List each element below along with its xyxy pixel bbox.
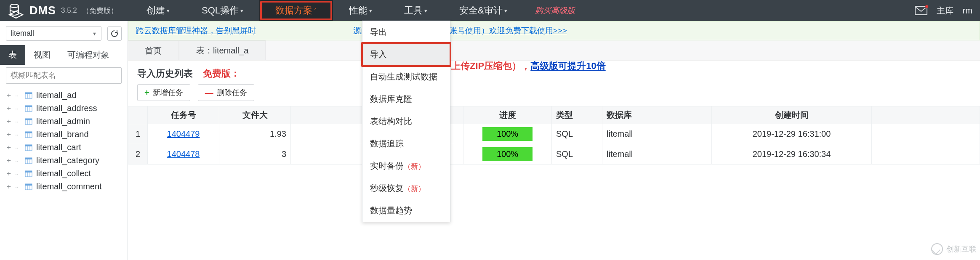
- upgrade-link[interactable]: 高级版可提升10倍: [530, 61, 605, 71]
- table-row[interactable]: +··litemall_ad: [0, 89, 128, 102]
- table-icon: [24, 105, 33, 112]
- table-row[interactable]: 1 1404479 1.93 100% SQL litemall 2019-12…: [128, 124, 980, 144]
- new-tag: （新）: [404, 185, 425, 193]
- table-icon: [24, 157, 33, 164]
- database-select[interactable]: litemall ▼: [6, 26, 101, 41]
- expand-icon[interactable]: +: [6, 157, 12, 164]
- expand-icon[interactable]: +: [6, 143, 12, 151]
- menu-sql[interactable]: SQL操作▾: [186, 0, 259, 21]
- tree-connector-icon: ··: [15, 105, 21, 112]
- svg-rect-2: [25, 93, 32, 94]
- tree-connector-icon: ··: [15, 170, 21, 177]
- table-icon: [24, 131, 33, 138]
- watermark: 创新互联: [931, 243, 977, 255]
- svg-rect-10: [25, 119, 32, 120]
- section-title-text: 导入历史列表: [137, 67, 193, 80]
- table-row[interactable]: +··litemall_category: [0, 154, 128, 167]
- menu-tools[interactable]: 工具▾: [388, 0, 443, 21]
- sidebar-tab-tables[interactable]: 表: [0, 45, 25, 65]
- table-row[interactable]: 2 1404478 3 100% SQL litemall 2019-12-29…: [128, 144, 980, 164]
- row-index: 2: [128, 144, 148, 164]
- table-row[interactable]: +··litemall_brand: [0, 128, 128, 141]
- svg-point-0: [10, 4, 19, 8]
- table-row[interactable]: +··litemall_admin: [0, 115, 128, 128]
- table-row[interactable]: +··litemall_collect: [0, 167, 128, 180]
- mail-icon[interactable]: [915, 6, 927, 15]
- expand-icon[interactable]: +: [6, 130, 12, 138]
- cell-filesize: 3: [219, 144, 291, 164]
- tree-connector-icon: ··: [15, 183, 21, 190]
- menu-security[interactable]: 安全&审计▾: [443, 0, 523, 21]
- svg-rect-22: [25, 158, 32, 159]
- cell-created: 2019-12-29 16:31:00: [712, 124, 872, 144]
- new-tag: （新）: [404, 162, 425, 170]
- table-tree: +··litemall_ad +··litemall_address +··li…: [0, 87, 128, 193]
- dropdown-gen-test-data[interactable]: 自动生成测试数据: [362, 66, 450, 88]
- dropdown-export[interactable]: 导出: [362, 21, 450, 43]
- delete-task-button[interactable]: —删除任务: [198, 84, 254, 101]
- main-menu: 创建▾ SQL操作▾ 数据方案˄ 性能▾ 工具▾ 安全&审计▾ 购买高级版: [130, 0, 587, 21]
- content-tabs: 首页 表：litemall_a: [128, 40, 980, 61]
- expand-icon[interactable]: +: [6, 183, 12, 191]
- task-toolbar: +新增任务 —删除任务: [128, 84, 980, 106]
- tab-home[interactable]: 首页: [128, 40, 179, 60]
- sidebar-tab-views[interactable]: 视图: [25, 45, 59, 65]
- banner-link-left[interactable]: 跨云数据库管理神器，告别黑屏时: [136, 26, 256, 35]
- promo-banner: 跨云数据库管理神器，告别黑屏时 源的公网访问（支持主、子账号使用）欢迎免费下载使…: [128, 21, 980, 40]
- dropdown-import[interactable]: 导入: [362, 43, 450, 66]
- table-icon: [24, 118, 33, 125]
- menu-performance[interactable]: 性能▾: [333, 0, 388, 21]
- progress-badge: 100%: [482, 147, 533, 161]
- table-header: 任务号 文件大 总行数 进度 类型 数据库 创建时间: [128, 106, 980, 124]
- data-scheme-dropdown: 导出 导入 自动生成测试数据 数据库克隆 表结构对比 数据追踪 实时备份（新） …: [362, 21, 450, 222]
- topbar: DMS 3.5.2 （免费版） 创建▾ SQL操作▾ 数据方案˄ 性能▾ 工具▾…: [0, 0, 980, 21]
- tree-connector-icon: ··: [15, 118, 21, 125]
- table-icon: [24, 92, 33, 99]
- cell-type: SQL: [552, 144, 602, 164]
- main-area: 跨云数据库管理神器，告别黑屏时 源的公网访问（支持主、子账号使用）欢迎免费下载使…: [128, 21, 980, 260]
- plus-icon: +: [144, 88, 149, 97]
- progress-badge: 100%: [482, 127, 533, 141]
- dropdown-realtime-backup[interactable]: 实时备份（新）: [362, 155, 450, 177]
- dropdown-second-recover[interactable]: 秒级恢复（新）: [362, 177, 450, 199]
- chevron-down-icon: ▼: [92, 31, 97, 36]
- dropdown-data-track[interactable]: 数据追踪: [362, 133, 450, 155]
- app-logo-icon: [8, 2, 24, 19]
- database-select-value: litemall: [11, 29, 34, 38]
- menu-create[interactable]: 创建▾: [130, 0, 186, 21]
- expand-icon[interactable]: +: [6, 104, 12, 112]
- sidebar-tab-programmable[interactable]: 可编程对象: [59, 45, 118, 65]
- host-name: rm: [963, 6, 972, 16]
- host-label: 主库: [937, 5, 953, 16]
- buy-premium-link[interactable]: 购买高级版: [523, 5, 587, 16]
- svg-rect-6: [25, 106, 32, 107]
- add-task-button[interactable]: +新增任务: [137, 84, 190, 101]
- tree-connector-icon: ··: [15, 131, 21, 138]
- svg-rect-26: [25, 171, 32, 172]
- table-row[interactable]: +··litemall_cart: [0, 141, 128, 154]
- expand-icon[interactable]: +: [6, 170, 12, 178]
- table-search-input[interactable]: [6, 67, 122, 84]
- tree-connector-icon: ··: [15, 144, 21, 151]
- sidebar-tabs: 表 视图 可编程对象: [0, 45, 128, 65]
- tasks-table: 任务号 文件大 总行数 进度 类型 数据库 创建时间 1 1404479 1.9…: [128, 106, 980, 164]
- table-row[interactable]: +··litemall_address: [0, 102, 128, 115]
- upload-hint: 上传ZIP压缩包），高级版可提升10倍: [451, 60, 606, 72]
- expand-icon[interactable]: +: [6, 91, 12, 99]
- tab-table[interactable]: 表：litemall_a: [179, 40, 266, 60]
- cell-progress: 100%: [463, 144, 552, 164]
- table-icon: [24, 170, 33, 178]
- tree-connector-icon: ··: [15, 92, 21, 99]
- menu-data-scheme[interactable]: 数据方案˄: [259, 0, 333, 21]
- cell-created: 2019-12-29 16:30:34: [712, 144, 872, 164]
- dropdown-data-trend[interactable]: 数据量趋势: [362, 199, 450, 222]
- dropdown-db-clone[interactable]: 数据库克隆: [362, 88, 450, 110]
- dropdown-schema-diff[interactable]: 表结构对比: [362, 110, 450, 133]
- refresh-button[interactable]: [107, 27, 122, 41]
- table-row[interactable]: +··litemall_comment: [0, 180, 128, 193]
- task-id-link[interactable]: 1404479: [167, 129, 200, 138]
- row-index: 1: [128, 124, 148, 144]
- sidebar: litemall ▼ 表 视图 可编程对象 +··litemall_ad +··…: [0, 21, 128, 260]
- expand-icon[interactable]: +: [6, 117, 12, 125]
- task-id-link[interactable]: 1404478: [167, 149, 200, 159]
